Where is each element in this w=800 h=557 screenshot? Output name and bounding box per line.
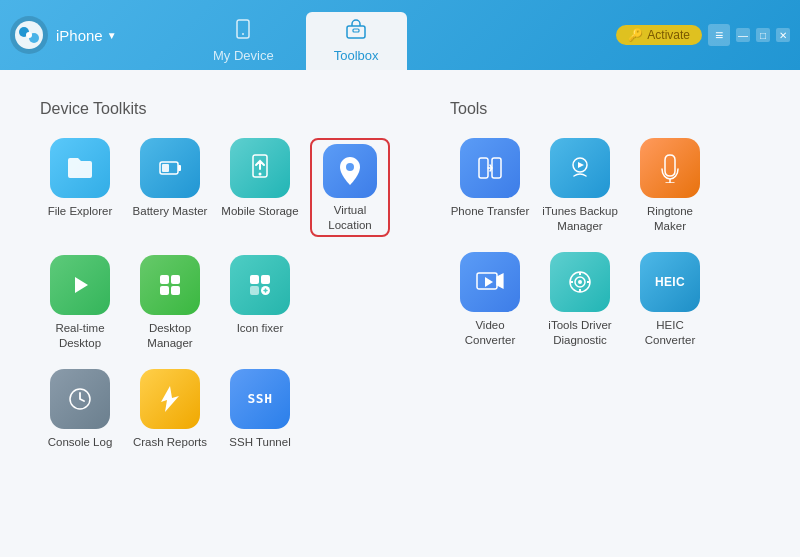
itunes-backup-label: iTunes Backup Manager xyxy=(540,204,620,234)
tool-video-converter[interactable]: Video Converter xyxy=(450,252,530,348)
video-converter-label: Video Converter xyxy=(450,318,530,348)
virtual-location-icon xyxy=(323,144,377,198)
app-logo-icon xyxy=(10,16,48,54)
heic-converter-icon: HEIC xyxy=(640,252,700,312)
device-toolkits-title: Device Toolkits xyxy=(40,100,390,118)
tool-crash-reports[interactable]: Crash Reports xyxy=(130,369,210,450)
device-caret-icon: ▼ xyxy=(107,30,117,41)
tool-desktop-manager[interactable]: Desktop Manager xyxy=(130,255,210,351)
tool-file-explorer[interactable]: File Explorer xyxy=(40,138,120,237)
svg-point-13 xyxy=(259,173,262,176)
svg-rect-22 xyxy=(250,286,259,295)
svg-marker-32 xyxy=(497,274,503,288)
file-explorer-label: File Explorer xyxy=(48,204,113,219)
tool-icon-fixer[interactable]: Icon fixer xyxy=(220,255,300,351)
svg-point-36 xyxy=(578,280,582,284)
ringtone-maker-icon xyxy=(640,138,700,198)
sections-wrapper: Device Toolkits File Explorer xyxy=(40,100,760,450)
battery-master-icon xyxy=(140,138,200,198)
device-toolkits-section: Device Toolkits File Explorer xyxy=(40,100,390,450)
main-content: Device Toolkits File Explorer xyxy=(0,70,800,557)
svg-rect-17 xyxy=(171,275,180,284)
icon-fixer-icon xyxy=(230,255,290,315)
realtime-desktop-label: Real-time Desktop xyxy=(40,321,120,351)
key-icon: 🔑 xyxy=(628,28,643,42)
svg-point-6 xyxy=(242,33,244,35)
video-converter-icon xyxy=(460,252,520,312)
itools-driver-icon xyxy=(550,252,610,312)
tab-toolbox[interactable]: Toolbox xyxy=(306,12,407,70)
svg-rect-21 xyxy=(261,275,270,284)
itools-driver-label: iTools Driver Diagnostic xyxy=(540,318,620,348)
title-bar: iPhone ▼ My Device Toolbox xyxy=(0,0,800,70)
tools-section: Tools Phone Transfer xyxy=(450,100,760,450)
tool-virtual-location[interactable]: Virtual Location xyxy=(310,138,390,237)
menu-button[interactable]: ≡ xyxy=(708,24,730,46)
device-toolkits-grid: File Explorer Battery Master xyxy=(40,138,390,450)
mobile-storage-icon xyxy=(230,138,290,198)
svg-rect-26 xyxy=(492,158,501,178)
tool-battery-master[interactable]: Battery Master xyxy=(130,138,210,237)
tool-mobile-storage[interactable]: Mobile Storage xyxy=(220,138,300,237)
title-bar-controls: 🔑 Activate ≡ — □ ✕ xyxy=(616,24,790,46)
minimize-button[interactable]: — xyxy=(736,28,750,42)
tools-grid: Phone Transfer iTunes Backup Manager xyxy=(450,138,760,348)
virtual-location-label: Virtual Location xyxy=(316,203,384,233)
ssh-tunnel-label: SSH Tunnel xyxy=(229,435,290,450)
tool-console-log[interactable]: Console Log xyxy=(40,369,120,450)
toolbox-icon xyxy=(345,18,367,45)
svg-rect-25 xyxy=(479,158,488,178)
tool-phone-transfer[interactable]: Phone Transfer xyxy=(450,138,530,234)
device-label[interactable]: iPhone ▼ xyxy=(56,27,117,44)
tool-heic-converter[interactable]: HEIC HEIC Converter xyxy=(630,252,710,348)
console-log-label: Console Log xyxy=(48,435,113,450)
svg-point-4 xyxy=(26,32,32,38)
svg-rect-8 xyxy=(353,29,359,32)
title-bar-left: iPhone ▼ xyxy=(10,16,175,54)
ssh-tunnel-icon: SSH xyxy=(230,369,290,429)
tool-realtime-desktop[interactable]: Real-time Desktop xyxy=(40,255,120,351)
desktop-manager-label: Desktop Manager xyxy=(130,321,210,351)
mobile-storage-label: Mobile Storage xyxy=(221,204,298,219)
svg-rect-19 xyxy=(171,286,180,295)
heic-converter-label: HEIC Converter xyxy=(630,318,710,348)
crash-reports-label: Crash Reports xyxy=(133,435,207,450)
battery-master-label: Battery Master xyxy=(133,204,208,219)
file-explorer-icon xyxy=(50,138,110,198)
desktop-manager-icon xyxy=(140,255,200,315)
tools-title: Tools xyxy=(450,100,760,118)
tool-ringtone-maker[interactable]: Ringtone Maker xyxy=(630,138,710,234)
svg-rect-11 xyxy=(162,164,169,172)
phone-transfer-icon xyxy=(460,138,520,198)
activate-button[interactable]: 🔑 Activate xyxy=(616,25,702,45)
my-device-icon xyxy=(232,18,254,45)
close-button[interactable]: ✕ xyxy=(776,28,790,42)
svg-rect-18 xyxy=(160,286,169,295)
tool-itools-driver[interactable]: iTools Driver Diagnostic xyxy=(540,252,620,348)
icon-fixer-label: Icon fixer xyxy=(237,321,284,336)
crash-reports-icon xyxy=(140,369,200,429)
tool-ssh-tunnel[interactable]: SSH SSH Tunnel xyxy=(220,369,300,450)
svg-rect-16 xyxy=(160,275,169,284)
itunes-backup-icon xyxy=(550,138,610,198)
realtime-desktop-icon xyxy=(50,255,110,315)
svg-point-14 xyxy=(346,163,354,171)
svg-rect-20 xyxy=(250,275,259,284)
tab-my-device[interactable]: My Device xyxy=(185,12,302,70)
svg-rect-10 xyxy=(178,165,181,171)
console-log-icon xyxy=(50,369,110,429)
maximize-button[interactable]: □ xyxy=(756,28,770,42)
nav-tabs: My Device Toolbox xyxy=(185,0,407,70)
svg-rect-5 xyxy=(237,20,249,38)
ringtone-maker-label: Ringtone Maker xyxy=(630,204,710,234)
tool-itunes-backup[interactable]: iTunes Backup Manager xyxy=(540,138,620,234)
svg-marker-33 xyxy=(485,277,493,287)
phone-transfer-label: Phone Transfer xyxy=(451,204,530,219)
svg-marker-28 xyxy=(578,162,584,168)
svg-marker-15 xyxy=(75,277,88,293)
